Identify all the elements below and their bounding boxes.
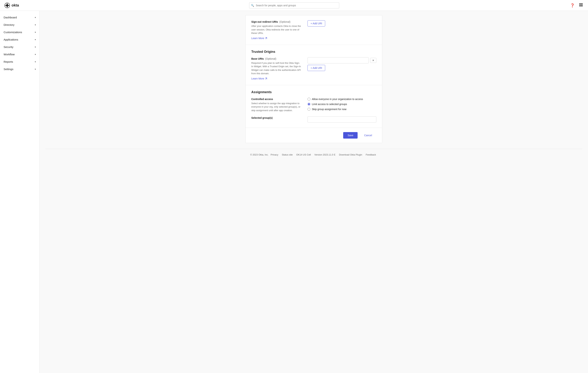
assignments-title: Assignments: [251, 90, 376, 94]
base-uri-input-row: ✕: [307, 57, 376, 64]
remove-uri-button[interactable]: ✕: [370, 58, 376, 63]
base-uris-label: Base URIs (Optional): [251, 57, 302, 60]
base-uris-control-col: ✕ + Add URI: [307, 57, 376, 71]
footer: © 2023 Okta, Inc. Privacy Status site OK…: [45, 149, 582, 160]
selected-groups-label: Selected group(s): [251, 117, 302, 119]
radio-everyone-label: Allow everyone in your organization to a…: [312, 98, 363, 101]
radio-selected-groups-label: Limit access to selected groups: [312, 103, 347, 106]
radio-selected-groups[interactable]: Limit access to selected groups: [307, 103, 376, 106]
controlled-access-row: Controlled access Select whether to assi…: [251, 98, 376, 112]
okta-logo-icon: [4, 2, 10, 8]
layout: Dashboard ▾ Directory ▾ Customizations ▾…: [0, 11, 588, 373]
sidebar-label-applications: Applications: [4, 38, 18, 41]
radio-everyone-input[interactable]: [307, 98, 310, 101]
external-link-icon: [265, 37, 267, 39]
sign-out-label: Sign-out redirect URIs (Optional): [251, 20, 302, 23]
chevron-down-icon: ▾: [35, 38, 36, 41]
sign-out-description: After your application contacts Okta to …: [251, 24, 302, 35]
content-card: Sign-out redirect URIs (Optional) After …: [245, 15, 382, 143]
sign-out-section: Sign-out redirect URIs (Optional) After …: [246, 15, 382, 45]
trusted-origins-title: Trusted Origins: [251, 50, 376, 54]
svg-rect-4: [581, 5, 583, 7]
logo-text: okta: [11, 3, 19, 7]
apps-grid-button[interactable]: [578, 2, 584, 9]
sidebar-label-settings: Settings: [4, 68, 13, 71]
sign-out-add-uri-button[interactable]: + Add URI: [307, 20, 325, 26]
sidebar-item-applications[interactable]: Applications ▾: [0, 36, 40, 43]
footer-copyright: © 2023 Okta, Inc.: [250, 153, 268, 156]
sidebar-label-security: Security: [4, 45, 13, 48]
sidebar: Dashboard ▾ Directory ▾ Customizations ▾…: [0, 11, 40, 373]
sign-out-learn-more-link[interactable]: Learn More: [251, 37, 267, 40]
header-actions: ❓: [569, 2, 584, 9]
selected-groups-input[interactable]: [307, 117, 376, 123]
sidebar-label-reports: Reports: [4, 60, 13, 63]
external-link-icon-2: [265, 77, 267, 80]
selected-groups-label-col: Selected group(s): [251, 117, 302, 120]
sidebar-item-directory[interactable]: Directory ▾: [0, 21, 40, 29]
sidebar-item-reports[interactable]: Reports ▾: [0, 58, 40, 65]
form-actions: Save Cancel: [246, 128, 382, 143]
chevron-down-icon: ▾: [35, 16, 36, 19]
sign-out-optional: (Optional): [279, 20, 290, 23]
grid-icon: [579, 3, 583, 8]
chevron-down-icon: ▾: [35, 61, 36, 63]
sidebar-item-settings[interactable]: Settings ▾: [0, 65, 40, 73]
access-radio-group: Allow everyone in your organization to a…: [307, 98, 376, 111]
controlled-access-control-col: Allow everyone in your organization to a…: [307, 98, 376, 112]
trusted-origins-section: Trusted Origins Base URIs (Optional) Req…: [246, 45, 382, 85]
chevron-down-icon: ▾: [35, 46, 36, 48]
okta-logo[interactable]: okta: [4, 2, 19, 8]
chevron-down-icon: ▾: [35, 31, 36, 33]
sidebar-label-workflow: Workflow: [4, 53, 15, 56]
cancel-button[interactable]: Cancel: [360, 132, 376, 139]
controlled-access-description: Select whether to assign the app integra…: [251, 102, 302, 112]
trusted-origins-learn-more-link[interactable]: Learn More: [251, 77, 267, 80]
controlled-access-label: Controlled access: [251, 98, 302, 101]
base-uris-optional: (Optional): [265, 57, 276, 60]
base-uris-label-col: Base URIs (Optional) Required if you pla…: [251, 57, 302, 80]
radio-everyone[interactable]: Allow everyone in your organization to a…: [307, 98, 376, 101]
base-uris-description: Required if you plan to self-host the Ok…: [251, 61, 302, 75]
help-button[interactable]: ❓: [569, 2, 575, 8]
sidebar-item-customizations[interactable]: Customizations ▾: [0, 29, 40, 36]
save-button[interactable]: Save: [343, 132, 357, 139]
footer-version-link[interactable]: Version 2023.11.0 E: [314, 153, 336, 156]
base-uri-input[interactable]: [307, 57, 369, 64]
assignments-section: Assignments Controlled access Select whe…: [246, 85, 382, 128]
help-icon: ❓: [570, 3, 575, 8]
search-bar: 🔍: [249, 2, 339, 9]
sign-out-control-col: + Add URI: [307, 20, 376, 26]
footer-privacy-link[interactable]: Privacy: [271, 153, 278, 156]
footer-ok14-link[interactable]: OK14 US Cell: [296, 153, 311, 156]
sidebar-label-customizations: Customizations: [4, 31, 22, 34]
selected-groups-control-col: [307, 117, 376, 123]
selected-groups-row: Selected group(s): [251, 117, 376, 123]
sidebar-label-directory: Directory: [4, 23, 14, 26]
radio-skip[interactable]: Skip group assignment for now: [307, 108, 376, 111]
svg-rect-1: [579, 3, 581, 5]
radio-selected-groups-input[interactable]: [307, 103, 310, 106]
search-icon: 🔍: [251, 4, 254, 7]
chevron-down-icon: ▾: [35, 24, 36, 26]
controlled-access-label-col: Controlled access Select whether to assi…: [251, 98, 302, 112]
sidebar-item-dashboard[interactable]: Dashboard ▾: [0, 14, 40, 21]
sidebar-item-security[interactable]: Security ▾: [0, 43, 40, 51]
sign-out-label-col: Sign-out redirect URIs (Optional) After …: [251, 20, 302, 40]
search-input[interactable]: [249, 2, 339, 9]
radio-skip-label: Skip group assignment for now: [312, 108, 346, 111]
selected-groups-field-row: Selected group(s): [251, 117, 376, 123]
footer-download-plugin-link[interactable]: Download Okta Plugin: [339, 153, 362, 156]
base-uris-field-row: Base URIs (Optional) Required if you pla…: [251, 57, 376, 80]
chevron-down-icon: ▾: [35, 53, 36, 56]
chevron-down-icon: ▾: [35, 68, 36, 70]
sign-out-field-row: Sign-out redirect URIs (Optional) After …: [251, 20, 376, 40]
radio-skip-input[interactable]: [307, 108, 310, 111]
sidebar-item-workflow[interactable]: Workflow ▾: [0, 51, 40, 58]
header: okta 🔍 ❓: [0, 0, 588, 11]
footer-feedback-link[interactable]: Feedback: [366, 153, 376, 156]
footer-status-site-link[interactable]: Status site: [282, 153, 293, 156]
svg-rect-3: [579, 5, 581, 7]
sidebar-label-dashboard: Dashboard: [4, 16, 17, 19]
trusted-origins-add-uri-button[interactable]: + Add URI: [307, 65, 325, 71]
